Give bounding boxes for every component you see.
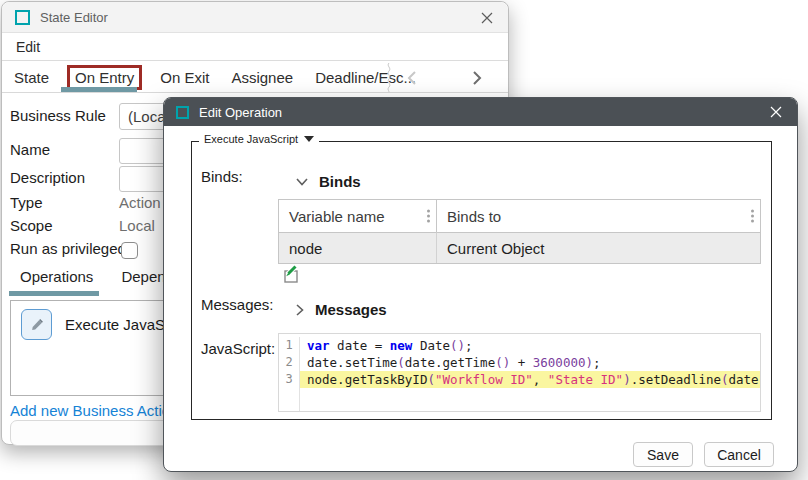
type-value: Action (119, 194, 161, 211)
column-header-variable-name[interactable]: Variable name (279, 200, 437, 232)
gutter-filler (279, 388, 300, 412)
code-line-2: 2 date.setTime(date.getTime() + 3600000)… (279, 354, 760, 371)
tab-state[interactable]: State (14, 69, 49, 86)
table-header-row: Variable name Binds to (279, 200, 760, 232)
selected-sub-tab-indicator (9, 291, 99, 296)
cancel-button[interactable]: Cancel (704, 442, 774, 467)
line-number: 3 (279, 371, 300, 388)
dialog-close-icon[interactable] (763, 100, 789, 124)
tab-strip: State On Entry On Exit Assignee Deadline… (2, 62, 508, 93)
save-button[interactable]: Save (633, 442, 693, 467)
code-line-1: 1 var date = new Date(); (279, 337, 760, 354)
name-label: Name (10, 141, 50, 158)
window-icon (15, 10, 30, 25)
table-row[interactable]: node Current Object (279, 232, 760, 263)
messages-field-label: Messages: (201, 296, 274, 313)
messages-section-title: Messages (315, 301, 387, 318)
dialog-titlebar[interactable]: Edit Operation (164, 98, 797, 126)
tab-on-exit[interactable]: On Exit (160, 69, 209, 86)
cell-variable-name[interactable]: node (279, 232, 437, 263)
menu-bar: Edit (2, 34, 508, 61)
line-number: 2 (279, 354, 300, 371)
code-line-3-highlighted: 3 node.getTaskByID("Workflow ID", "State… (279, 371, 760, 388)
window-title: State Editor (40, 10, 108, 25)
add-row-icon (280, 265, 300, 285)
tab-overflow-separator (385, 63, 393, 95)
javascript-code-editor[interactable]: 1 var date = new Date(); 2 date.setTime(… (278, 333, 761, 412)
add-business-action-link[interactable]: Add new Business Action (10, 402, 178, 419)
line-number: 1 (279, 337, 300, 354)
tab-assignee[interactable]: Assignee (231, 69, 293, 86)
column-header-binds-to[interactable]: Binds to (437, 200, 760, 232)
tab-scroll-right-icon[interactable] (465, 66, 489, 90)
run-as-privileged-checkbox[interactable] (121, 242, 138, 259)
type-label: Type (10, 194, 43, 211)
tab-on-entry[interactable]: On Entry (67, 65, 142, 90)
binds-field-label: Binds: (201, 168, 243, 185)
column-menu-icon[interactable] (751, 210, 754, 223)
dialog-title: Edit Operation (199, 105, 282, 120)
edit-operation-button[interactable] (21, 309, 52, 340)
tab-operations[interactable]: Operations (20, 268, 93, 292)
operation-label: Execute JavaSc (65, 316, 173, 333)
selected-tab-indicator (61, 87, 137, 92)
scope-label: Scope (10, 217, 53, 234)
run-as-privileged-label: Run as privileged (10, 240, 126, 257)
scope-value: Local (119, 217, 155, 234)
binds-table: Variable name Binds to node Current Obje… (278, 199, 761, 264)
state-editor-titlebar[interactable]: State Editor (2, 2, 508, 33)
cell-binds-to[interactable]: Current Object (437, 232, 760, 263)
menu-edit[interactable]: Edit (12, 37, 44, 57)
pencil-icon (28, 316, 46, 334)
column-menu-icon[interactable] (427, 210, 430, 223)
screen: State Editor Edit State On Entry On Exit… (0, 0, 808, 480)
binds-section-title: Binds (319, 173, 361, 190)
chevron-down-icon (296, 178, 308, 186)
edit-operation-dialog: Edit Operation Execute JavaScript Binds:… (163, 97, 798, 472)
javascript-field-label: JavaScript: (201, 340, 275, 357)
messages-section-header[interactable]: Messages (296, 301, 387, 318)
close-icon[interactable] (474, 5, 500, 31)
operation-type-label: Execute JavaScript (204, 133, 298, 145)
chevron-right-icon (296, 304, 304, 316)
dialog-window-icon (176, 106, 189, 119)
add-row-button[interactable] (279, 264, 301, 286)
business-rule-value: (Loca (128, 108, 166, 125)
dropdown-caret-icon (304, 136, 314, 142)
tab-scroll-left-icon[interactable] (400, 66, 424, 90)
operation-type-selector[interactable]: Execute JavaScript (199, 133, 319, 145)
description-label: Description (10, 169, 85, 186)
binds-section-header[interactable]: Binds (296, 173, 361, 190)
business-rule-label: Business Rule (10, 107, 106, 124)
